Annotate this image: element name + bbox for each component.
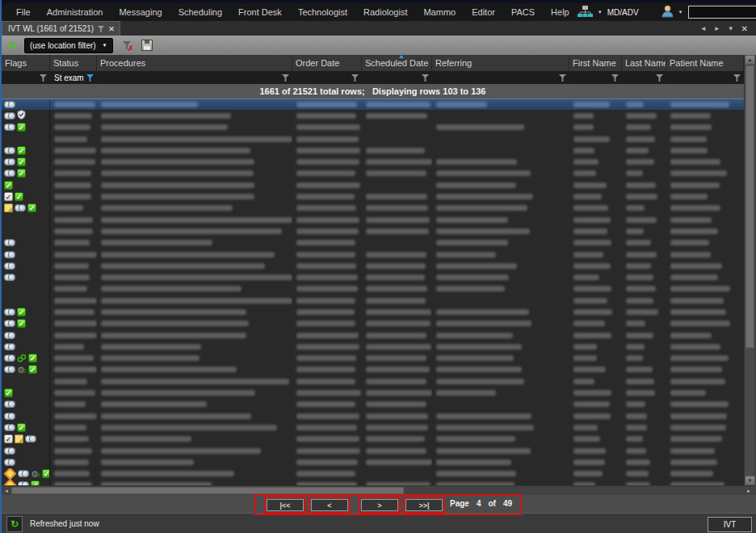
status-refresh-button[interactable]: ↻ — [6, 516, 23, 532]
table-row[interactable] — [2, 214, 744, 225]
scroll-up-icon[interactable]: ▲ — [745, 55, 755, 65]
table-row[interactable] — [2, 445, 744, 456]
filter-cell-flags[interactable] — [2, 71, 50, 84]
menu-item-editor[interactable]: Editor — [464, 7, 503, 17]
table-row[interactable]: ✓ — [2, 353, 744, 364]
menu-item-messaging[interactable]: Messaging — [111, 7, 170, 17]
filter-funnel-icon[interactable] — [559, 74, 566, 82]
vertical-scrollbar-thumb[interactable] — [746, 65, 754, 348]
filter-funnel-icon[interactable] — [656, 74, 663, 82]
ivt-button[interactable]: IVT — [708, 517, 752, 532]
table-row[interactable]: ⚙✓ — [2, 364, 744, 376]
first-page-button[interactable]: |<< — [267, 499, 304, 511]
column-header-referring[interactable]: Referring — [432, 55, 569, 71]
save-layout-icon[interactable] — [141, 40, 153, 51]
redacted-cell — [569, 260, 622, 271]
user-icon[interactable] — [662, 5, 674, 19]
table-row[interactable] — [2, 225, 744, 237]
column-header-flags[interactable]: Flags — [2, 55, 50, 71]
tab-scroll-left-icon[interactable]: ◄ — [700, 25, 707, 32]
table-row[interactable]: ✓ — [2, 387, 744, 398]
last-page-button[interactable]: >>| — [405, 499, 443, 511]
table-row[interactable]: ✓✓ — [2, 191, 744, 202]
table-row[interactable] — [2, 260, 744, 271]
table-row[interactable] — [2, 376, 744, 387]
filter-funnel-icon[interactable] — [282, 74, 289, 82]
table-row[interactable] — [2, 410, 744, 422]
menu-item-pacs[interactable]: PACS — [503, 7, 543, 17]
table-row[interactable] — [2, 283, 744, 295]
filter-funnel-icon[interactable] — [351, 74, 359, 82]
table-row[interactable]: ✓ — [2, 179, 744, 191]
tabbar-close-icon[interactable]: ✕ — [741, 24, 748, 33]
table-row[interactable]: ✓ — [2, 422, 744, 433]
table-row[interactable]: ✓ — [2, 203, 744, 214]
tab-list-icon[interactable]: ▼ — [728, 25, 734, 32]
filter-cell-first-name[interactable] — [569, 71, 622, 84]
menu-item-scheduling[interactable]: Scheduling — [170, 7, 230, 17]
tab-scroll-right-icon[interactable]: ► — [714, 25, 720, 32]
tab-ivt-wl[interactable]: IVT WL (1661 of 21521) ✕ — [2, 21, 120, 36]
menu-item-file[interactable]: File — [8, 7, 39, 17]
filter-cell-last-name[interactable] — [622, 71, 666, 84]
table-row[interactable] — [2, 133, 744, 145]
vertical-scrollbar[interactable]: ▲ ▼ — [744, 55, 754, 485]
filter-funnel-icon[interactable] — [40, 74, 47, 82]
column-header-first-name[interactable]: First Name — [569, 55, 622, 71]
tab-close-icon[interactable]: ✕ — [108, 25, 115, 33]
column-header-order-date[interactable]: Order Date — [292, 55, 362, 71]
table-row[interactable]: ✓ — [2, 145, 744, 156]
table-row[interactable] — [2, 271, 744, 283]
menu-item-technologist[interactable]: Technologist — [290, 7, 355, 17]
scroll-left-icon[interactable]: ◄ — [2, 486, 11, 495]
column-header-last-name[interactable]: Last Name — [622, 55, 666, 71]
refresh-icon[interactable]: ↻ — [8, 40, 17, 51]
filter-funnel-icon[interactable] — [733, 74, 741, 82]
search-input[interactable] — [688, 6, 756, 19]
table-row[interactable]: ✓ — [2, 122, 744, 133]
column-header-status[interactable]: Status — [50, 55, 97, 71]
filter-cell-scheduled-date[interactable] — [362, 71, 432, 84]
scroll-right-icon[interactable]: ► — [744, 486, 754, 495]
table-row[interactable] — [2, 99, 744, 110]
table-row[interactable] — [2, 249, 744, 260]
table-row[interactable] — [2, 341, 744, 352]
table-row[interactable] — [2, 295, 744, 306]
table-row[interactable]: ✓ — [2, 156, 744, 167]
table-row[interactable]: ✓ — [2, 168, 744, 179]
table-row[interactable]: ⚙✓ — [2, 468, 744, 480]
hierarchy-dropdown-caret[interactable]: ▼ — [598, 10, 603, 15]
hierarchy-icon[interactable] — [578, 6, 593, 19]
table-row[interactable] — [2, 237, 744, 249]
filter-funnel-icon[interactable] — [86, 74, 94, 82]
filter-cell-patient-name[interactable] — [666, 71, 744, 84]
table-row[interactable] — [2, 110, 744, 121]
prev-page-button[interactable]: < — [311, 499, 348, 511]
filter-funnel-icon[interactable] — [611, 74, 619, 82]
menu-item-administration[interactable]: Administration — [39, 7, 111, 17]
next-page-button[interactable]: > — [361, 499, 398, 511]
menu-item-radiologist[interactable]: Radiologist — [355, 7, 415, 17]
filter-cell-procedures[interactable] — [97, 71, 292, 84]
user-dropdown-caret[interactable]: ▼ — [678, 10, 683, 15]
table-row[interactable] — [2, 329, 744, 341]
column-header-procedures[interactable]: Procedures — [97, 55, 292, 71]
filter-cell-status[interactable]: St exam — [50, 71, 97, 84]
column-header-patient-name[interactable]: Patient Name — [666, 55, 744, 71]
menu-item-front-desk[interactable]: Front Desk — [230, 7, 290, 17]
horizontal-scrollbar-thumb[interactable] — [11, 487, 404, 494]
clear-filter-icon[interactable]: ✗ — [120, 40, 133, 51]
table-row[interactable]: ✓ — [2, 318, 744, 329]
menu-item-mammo[interactable]: Mammo — [415, 7, 464, 17]
filter-cell-order-date[interactable] — [292, 71, 362, 84]
filter-cell-referring[interactable] — [432, 71, 569, 84]
filter-funnel-icon[interactable] — [422, 74, 429, 82]
table-row[interactable]: ✓ — [2, 306, 744, 317]
table-row[interactable] — [2, 456, 744, 468]
table-row[interactable] — [2, 399, 744, 410]
menu-item-help[interactable]: Help — [543, 7, 578, 17]
column-header-scheduled-date[interactable]: Scheduled Date — [362, 55, 432, 71]
table-row[interactable]: ✓ — [2, 434, 744, 445]
location-filter-dropdown[interactable]: (use location filter) ▼ — [24, 38, 113, 53]
scroll-down-icon[interactable]: ▼ — [745, 476, 755, 485]
